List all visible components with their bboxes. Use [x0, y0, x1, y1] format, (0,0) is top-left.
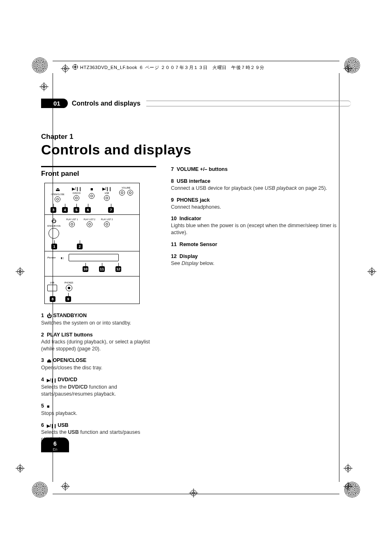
registration-mark-icon — [344, 482, 353, 491]
power-icon — [47, 313, 52, 320]
left-column: Front panel OPEN/CLOSE DVD/CD USB VOLUME… — [41, 166, 156, 448]
chapter-number-pill: 01 — [41, 99, 68, 108]
item-8: 8 USB interface Connect a USB device for… — [171, 178, 351, 192]
book-icon — [72, 64, 78, 71]
item-1: 1 STANDBY/ON Switches the system on or i… — [41, 312, 156, 327]
corner-radial-icon — [32, 58, 48, 73]
item-12: 12 Display See Display below. — [171, 253, 351, 267]
chapter-label: Chapter 1 — [41, 133, 351, 141]
registration-mark-icon — [344, 64, 353, 73]
power-icon — [51, 218, 56, 224]
item-7: 7 VOLUME +/– buttons — [171, 166, 351, 173]
play-pause-icon — [72, 187, 81, 191]
item-2: 2 PLAY LIST buttons Add tracks (during p… — [41, 332, 156, 352]
registration-mark-icon — [344, 464, 353, 473]
front-panel-diagram: OPEN/CLOSE DVD/CD USB VOLUME 3 4 5 6 7 — [44, 183, 140, 304]
right-column: 7 VOLUME +/– buttons 8 USB interface Con… — [171, 166, 351, 448]
content-area: 01 Controls and displays Chapter 1 Contr… — [41, 99, 351, 448]
crop-line — [53, 61, 339, 61]
print-metadata-text: HTZ363DVD_EN_LF.book ６ ページ ２００７年３月１３日 火曜… — [80, 64, 265, 71]
registration-mark-icon — [367, 267, 376, 276]
two-column-layout: Front panel OPEN/CLOSE DVD/CD USB VOLUME… — [41, 166, 351, 448]
corner-radial-icon — [32, 482, 48, 497]
registration-mark-icon — [39, 82, 48, 91]
item-11: 11 Remote Sensor — [171, 241, 351, 248]
section-heading-front-panel: Front panel — [41, 166, 156, 178]
item-10: 10 Indicator Lights blue when the power … — [171, 215, 351, 236]
item-5: 5 Stops playback. — [41, 403, 156, 417]
eject-icon — [55, 187, 60, 192]
registration-mark-icon — [61, 482, 70, 491]
chapter-header-bar: 01 Controls and displays — [41, 99, 351, 108]
item-3: 3 OPEN/CLOSE Opens/closes the disc tray. — [41, 357, 156, 371]
page-number-pill: 6 En — [41, 438, 69, 452]
registration-mark-icon — [189, 488, 198, 497]
registration-mark-icon — [61, 64, 70, 73]
stop-icon — [90, 187, 93, 191]
item-9: 9 PHONES jack Connect headphones. — [171, 197, 351, 211]
stop-icon — [47, 403, 50, 410]
item-4: 4 DVD/CD Selects the DVD/CD function and… — [41, 376, 156, 398]
page: HTZ363DVD_EN_LF.book ６ ページ ２００７年３月１３日 火曜… — [0, 0, 392, 555]
play-pause-icon — [47, 377, 56, 384]
display-slot — [69, 254, 119, 261]
print-metadata-line: HTZ363DVD_EN_LF.book ６ ページ ２００７年３月１３日 火曜… — [72, 64, 265, 71]
chapter-bar-title: Controls and displays — [72, 100, 141, 107]
play-pause-icon — [102, 187, 112, 191]
page-language: En — [41, 447, 69, 451]
chapter-bar-divider — [146, 101, 351, 106]
play-pause-icon — [47, 422, 56, 429]
registration-mark-icon — [16, 464, 25, 473]
page-number: 6 — [53, 440, 57, 447]
chapter-title: Controls and displays — [41, 142, 351, 158]
registration-mark-icon — [16, 267, 25, 276]
eject-icon — [47, 357, 51, 364]
